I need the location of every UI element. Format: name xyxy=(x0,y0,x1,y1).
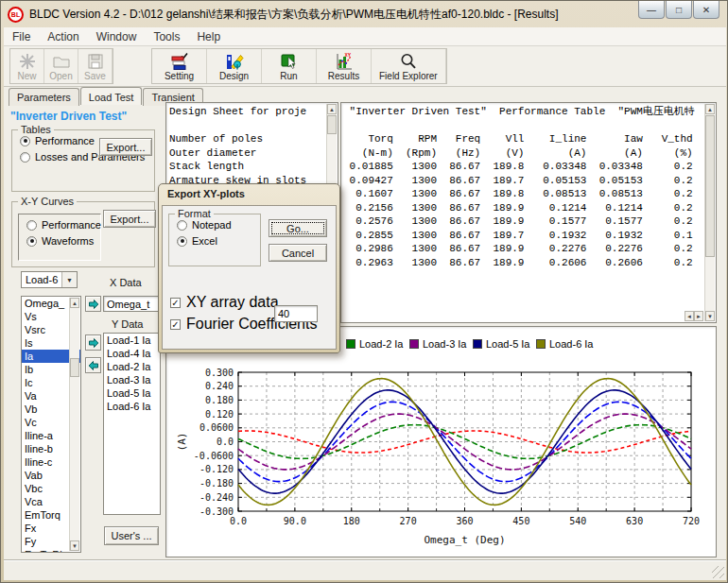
add-y-button[interactable] xyxy=(85,334,101,351)
toolbar-button-label: Save xyxy=(84,71,106,81)
scroll-up-icon[interactable]: ▲ xyxy=(327,104,337,114)
run-button[interactable]: Run xyxy=(262,49,317,83)
field-explorer-button[interactable]: Field Explorer xyxy=(372,49,446,83)
new-icon xyxy=(18,52,37,71)
tables-export-button[interactable]: Export... xyxy=(99,138,152,156)
export-xy-plots-dialog: Export XY-plots Format NotepadExcel Go..… xyxy=(158,183,340,353)
cancel-button[interactable]: Cancel xyxy=(269,244,327,262)
scrollbar-thumb[interactable] xyxy=(70,358,79,377)
svg-text:360: 360 xyxy=(456,516,473,526)
open-button: Open xyxy=(44,49,78,83)
radio-notepad[interactable]: Notepad xyxy=(177,219,260,231)
xy-curves-group-label: X-Y Curves xyxy=(18,196,77,207)
format-groupbox: Format NotepadExcel xyxy=(168,214,261,266)
list-item-load-1-ia[interactable]: Load-1 Ia xyxy=(104,334,160,347)
toolbar: NewOpenSave SettingDesignRunXYResultsFie… xyxy=(4,46,726,87)
list-item-load-3-ia[interactable]: Load-3 Ia xyxy=(104,373,160,386)
svg-text:720: 720 xyxy=(683,516,700,526)
svg-text:0.120: 0.120 xyxy=(205,409,234,420)
menu-tools[interactable]: Tools xyxy=(145,28,188,45)
svg-text:(A): (A) xyxy=(176,433,188,452)
radio-icon xyxy=(26,220,37,231)
variables-list[interactable]: Omega_VsVsrcIsIaIbIcVaVbVcIline-aIline-b… xyxy=(21,296,81,553)
svg-text:XY: XY xyxy=(344,52,351,58)
svg-text:0.0: 0.0 xyxy=(230,516,247,526)
radio-performance[interactable]: Performance xyxy=(26,219,100,231)
scrollbar-thumb[interactable] xyxy=(705,115,715,257)
menu-bar: FileActionWindowToolsHelp xyxy=(4,27,726,46)
svg-text:0.0600: 0.0600 xyxy=(199,422,234,433)
menu-file[interactable]: File xyxy=(4,28,39,45)
assign-x-button[interactable] xyxy=(85,296,101,312)
close-icon: ✕ xyxy=(702,5,710,15)
svg-text:270: 270 xyxy=(400,516,417,526)
save-button: Save xyxy=(78,49,113,83)
design-button[interactable]: Design xyxy=(207,49,262,83)
svg-text:0.300: 0.300 xyxy=(205,368,234,378)
svg-text:540: 540 xyxy=(569,516,586,526)
svg-text:0.0: 0.0 xyxy=(217,437,234,447)
scroll-right-icon[interactable]: ► xyxy=(694,311,703,321)
scroll-down-icon[interactable]: ▼ xyxy=(705,311,715,321)
close-button[interactable]: ✕ xyxy=(693,1,719,19)
scroll-left-icon[interactable]: ◄ xyxy=(685,311,694,321)
radio-excel[interactable]: Excel xyxy=(177,235,260,247)
toolbar-button-label: Setting xyxy=(165,71,194,81)
menu-window[interactable]: Window xyxy=(88,28,146,45)
field-explorer-icon xyxy=(399,52,418,71)
load-select[interactable]: Load-6 ▼ xyxy=(21,271,78,288)
menu-help[interactable]: Help xyxy=(188,28,229,45)
option-label: XY array data xyxy=(186,294,279,311)
toolbar-main-group: SettingDesignRunXYResultsField Explorer xyxy=(151,48,447,84)
results-button[interactable]: XYResults xyxy=(317,49,372,83)
tab-load-test[interactable]: Load Test xyxy=(80,87,143,105)
xy-options: PerformanceWaveforms xyxy=(19,219,100,247)
app-icon: BL xyxy=(8,7,24,23)
y-data-label: Y Data xyxy=(112,318,143,330)
svg-text:Omega_t (Deg): Omega_t (Deg) xyxy=(424,534,505,546)
list-item-load-2-ia[interactable]: Load-2 Ia xyxy=(104,360,160,373)
y-data-list[interactable]: Load-1 IaLoad-4 IaLoad-2 IaLoad-3 IaLoad… xyxy=(103,333,161,515)
xy-options-frame: PerformanceWaveforms xyxy=(18,214,101,261)
scroll-down-icon[interactable]: ▼ xyxy=(70,540,79,551)
list-item-load-5-ia[interactable]: Load-5 Ia xyxy=(104,386,160,400)
list-item-load-4-ia[interactable]: Load-4 Ia xyxy=(104,347,160,360)
variables-scrollbar[interactable]: ▲▼ xyxy=(69,298,79,551)
svg-text:0.240: 0.240 xyxy=(205,381,234,391)
go-button[interactable]: Go... xyxy=(269,219,327,237)
users-button[interactable]: User's ... xyxy=(104,526,159,545)
scroll-up-icon[interactable]: ▲ xyxy=(70,298,79,308)
scroll-up-icon[interactable]: ▲ xyxy=(705,104,715,114)
table-scrollbar[interactable]: ▲ ▼ xyxy=(704,104,715,321)
window-controls: — □ ✕ xyxy=(637,1,719,19)
x-data-field[interactable]: Omega_t xyxy=(103,296,161,312)
app-window: BL BLDC Version 4.2 - D:\012 gelanshi\结果… xyxy=(0,0,728,583)
fourier-coefficients-input[interactable] xyxy=(274,305,318,322)
status-text xyxy=(4,565,9,576)
maximize-icon: □ xyxy=(676,5,682,15)
scrollbar-thumb[interactable] xyxy=(327,115,337,134)
option-label: Performance xyxy=(42,219,101,231)
save-icon xyxy=(86,52,105,71)
format-group-label: Format xyxy=(175,208,214,219)
menu-action[interactable]: Action xyxy=(39,28,87,45)
combo-dropdown-button[interactable]: ▼ xyxy=(61,272,77,287)
load-select-value: Load-6 xyxy=(22,272,61,287)
svg-text:-0.0600: -0.0600 xyxy=(194,451,234,461)
xy-export-button[interactable]: Export... xyxy=(103,210,156,228)
maximize-button[interactable]: □ xyxy=(666,1,692,19)
tab-parameters[interactable]: Parameters xyxy=(9,88,79,106)
setting-button[interactable]: Setting xyxy=(152,49,207,83)
dialog-body: Format NotepadExcel Go... Cancel ✓XY arr… xyxy=(162,205,337,350)
title-bar: BL BLDC Version 4.2 - D:\012 gelanshi\结果… xyxy=(1,1,728,27)
performance-table-pane: "Inverter Driven Test" Performance Table… xyxy=(340,102,717,323)
table-h-scrollbar[interactable]: ◄ ► xyxy=(685,311,703,321)
remove-y-button[interactable] xyxy=(85,357,101,373)
resize-grip[interactable] xyxy=(712,566,724,578)
arrow-right-icon xyxy=(88,299,99,310)
client-area: ParametersLoad TestTransient "Inverter D… xyxy=(4,87,726,560)
radio-waveforms[interactable]: Waveforms xyxy=(26,235,100,247)
minimize-button[interactable]: — xyxy=(638,1,665,19)
list-item-load-6-ia[interactable]: Load-6 Ia xyxy=(104,400,160,413)
svg-text:630: 630 xyxy=(626,516,643,526)
